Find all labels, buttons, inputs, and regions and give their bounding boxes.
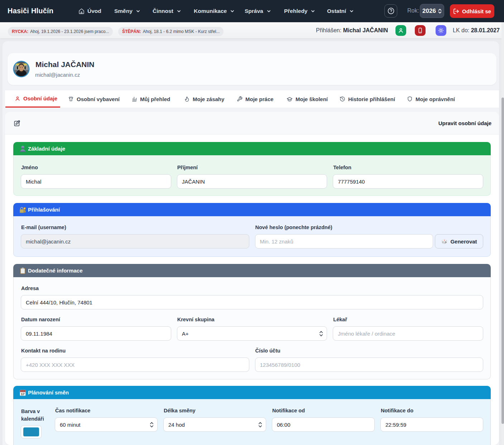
svg-text:17: 17 — [21, 392, 24, 396]
